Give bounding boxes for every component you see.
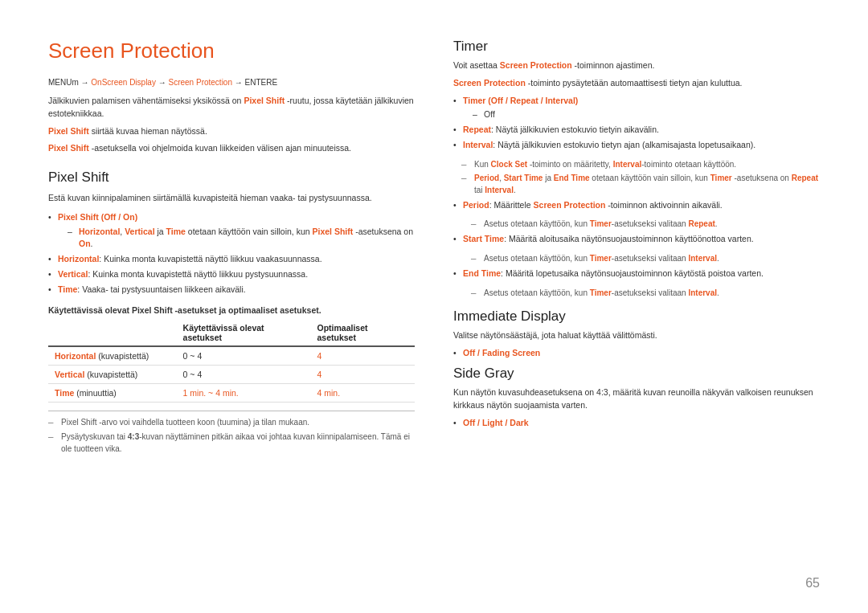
table-header-col0 (48, 320, 177, 346)
page-number: 65 (805, 576, 820, 591)
page: Screen Protection MENUm → OnScreen Displ… (0, 0, 868, 613)
bullet-vertical: Vertical: Kuinka monta kuvapistettä näyt… (48, 268, 415, 281)
menu-path: MENUm → OnScreen Display → Screen Protec… (48, 78, 415, 87)
note-period-start-end: Period, Start Time ja End Time otetaan k… (461, 172, 820, 196)
table-cell-label: Vertical (kuvapistettä) (48, 366, 177, 384)
note4-area: Asetus otetaan käyttöön, kun Timer-asetu… (471, 287, 820, 299)
immediate-bullets: Off / Fading Screen (453, 347, 820, 360)
immediate-desc: Valitse näytönsäästäjä, jota haluat käyt… (453, 329, 820, 342)
table-cell-range: 1 min. ~ 4 min. (177, 384, 311, 403)
note-repeat: Asetus otetaan käyttöön, kun Timer-asetu… (471, 218, 820, 230)
timer-bullets3: Start Time: Määritä aloitusaika näytönsu… (453, 233, 820, 246)
pixel-shift-bullets: Pixel Shift (Off / On) Horizontal, Verti… (48, 211, 415, 296)
timer-bullets2: Period: Määrittele Screen Protection -to… (453, 199, 820, 212)
table-cell-label: Horizontal (kuvapistettä) (48, 346, 177, 366)
timer-title: Timer (453, 39, 820, 55)
right-column: Timer Voit asettaa Screen Protection -to… (453, 39, 820, 581)
bullet-off-fading: Off / Fading Screen (453, 347, 820, 360)
menu-prefix: MENUm → (48, 78, 91, 87)
table-row: Time (minuuttia) 1 min. ~ 4 min. 4 min. (48, 384, 415, 403)
menu-part2: Screen Protection (169, 78, 233, 87)
side-gray-desc: Kun näytön kuvasuhdeasetuksena on 4:3, m… (453, 386, 820, 412)
timer-notes: Kun Clock Set -toiminto on määritetty, I… (461, 158, 820, 196)
bullet-pixel-shift-on-off: Pixel Shift (Off / On) Horizontal, Verti… (48, 211, 415, 251)
table-cell-label: Time (minuuttia) (48, 384, 177, 403)
immediate-title: Immediate Display (453, 309, 820, 325)
note2-area: Asetus otetaan käyttöön, kun Timer-asetu… (471, 218, 820, 230)
timer-bullets4: End Time: Määritä lopetusaika näytönsuoj… (453, 268, 820, 280)
table-cell-optimal: 4 (310, 346, 415, 366)
screen-prot-note: Screen Protection -toiminto pysäytetään … (453, 77, 820, 90)
sub-bullet-hvt: Horizontal, Vertical ja Time otetaan käy… (68, 226, 415, 251)
timer-bullets: Timer (Off / Repeat / Interval) Off Repe… (453, 95, 820, 152)
pixel-shift-title: Pixel Shift (48, 170, 415, 186)
table-row: Horizontal (kuvapistettä) 0 ~ 4 4 (48, 346, 415, 366)
menu-arrow2: → ENTERE (232, 78, 277, 87)
footnote-2: Pysäytyskuvan tai 4:3-kuvan näyttäminen … (48, 431, 415, 455)
table-cell-range: 0 ~ 4 (177, 346, 311, 366)
bullet-end-time: End Time: Määritä lopetusaika näytönsuoj… (453, 268, 820, 280)
bullet-interval: Interval: Näytä jälkikuvien estokuvio ti… (453, 139, 820, 152)
settings-table: Käytettävissä olevat asetukset Optimaali… (48, 320, 415, 403)
bullet-period: Period: Määrittele Screen Protection -to… (453, 199, 820, 212)
bullet-time: Time: Vaaka- tai pystysuuntaisen liikkee… (48, 284, 415, 296)
side-gray-title: Side Gray (453, 366, 820, 382)
pixel-shift-desc: Estä kuvan kiinnipalaminen siirtämällä k… (48, 192, 415, 205)
bullet-repeat: Repeat: Näytä jälkikuvien estokuvio tiet… (453, 124, 820, 137)
intro2: Pixel Shift siirtää kuvaa hieman näytöss… (48, 125, 415, 138)
timer-intro: Voit asettaa Screen Protection -toiminno… (453, 59, 820, 72)
intro3: Pixel Shift -asetuksella voi ohjelmoida … (48, 142, 415, 155)
intro1: Jälkikuvien palamisen vähentämiseksi yks… (48, 95, 415, 121)
note-interval-2: Asetus otetaan käyttöön, kun Timer-asetu… (471, 287, 820, 299)
menu-arrow1: → (156, 78, 169, 87)
table-header-col1: Käytettävissä olevat asetukset (177, 320, 311, 346)
footnote-area: Pixel Shift -arvo voi vaihdella tuotteen… (48, 411, 415, 455)
bullet-horizontal: Horizontal: Kuinka monta kuvapistettä nä… (48, 253, 415, 266)
page-title: Screen Protection (48, 39, 415, 63)
note-clock-set: Kun Clock Set -toiminto on määritetty, I… (461, 158, 820, 170)
bullet-off-light-dark: Off / Light / Dark (453, 417, 820, 430)
bullet-start-time: Start Time: Määritä aloitusaika näytönsu… (453, 233, 820, 246)
bullet-timer-off-repeat-interval: Timer (Off / Repeat / Interval) Off (453, 95, 820, 122)
table-header-col2: Optimaaliset asetukset (310, 320, 415, 346)
side-gray-bullets: Off / Light / Dark (453, 417, 820, 430)
sub-off: Off (473, 108, 820, 121)
table-row: Vertical (kuvapistettä) 0 ~ 4 4 (48, 366, 415, 384)
note3-area: Asetus otetaan käyttöön, kun Timer-asetu… (471, 252, 820, 264)
left-column: Screen Protection MENUm → OnScreen Displ… (48, 39, 415, 581)
menu-part1: OnScreen Display (91, 78, 156, 87)
table-intro: Käytettävissä olevat Pixel Shift -asetuk… (48, 305, 415, 315)
table-cell-range: 0 ~ 4 (177, 366, 311, 384)
footnote-1: Pixel Shift -arvo voi vaihdella tuotteen… (48, 416, 415, 428)
note-interval-1: Asetus otetaan käyttöön, kun Timer-asetu… (471, 252, 820, 264)
table-cell-optimal: 4 min. (310, 384, 415, 403)
table-cell-optimal: 4 (310, 366, 415, 384)
